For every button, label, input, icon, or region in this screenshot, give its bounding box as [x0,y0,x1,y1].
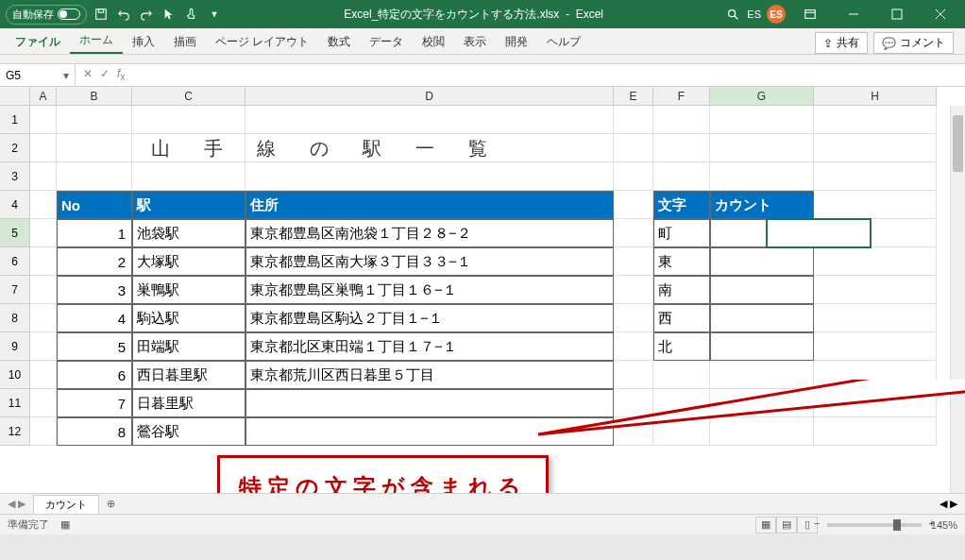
cell[interactable] [30,332,57,361]
cell[interactable] [30,106,57,134]
cell[interactable] [132,162,245,191]
cell[interactable] [653,162,710,191]
tab-developer[interactable]: 開発 [496,30,537,54]
stations-cell[interactable]: 東京都豊島区南大塚３丁目３３−１ [245,247,614,276]
stations-cell[interactable]: 東京都北区東田端１丁目１７−１ [245,332,614,361]
stations-cell[interactable]: 日暮里駅 [132,389,245,417]
cancel-icon[interactable]: ✕ [83,67,93,82]
tab-formulas[interactable]: 数式 [318,30,360,54]
confirm-icon[interactable]: ✓ [100,67,110,82]
comment-button[interactable]: 💬コメント [873,32,954,54]
cell[interactable] [614,219,653,247]
row-header-2[interactable]: 2 [0,134,30,162]
search-icon[interactable] [724,6,741,23]
cell[interactable] [814,304,937,332]
col-header-H[interactable]: H [814,87,937,106]
ribbon-options-icon[interactable] [791,0,829,28]
cell[interactable] [30,162,57,191]
cell[interactable] [30,219,57,247]
cell[interactable] [57,106,132,134]
cell[interactable] [30,361,57,389]
count-cell[interactable] [710,247,814,276]
col-header-G[interactable]: G [710,87,814,106]
cell[interactable] [245,106,614,134]
cell[interactable] [132,106,245,134]
row-header-4[interactable]: 4 [0,191,30,219]
stations-cell[interactable]: 1 [57,219,132,247]
sheet-tab-count[interactable]: カウント [33,495,99,514]
cell[interactable] [653,106,710,134]
col-header-F[interactable]: F [653,87,710,106]
name-box[interactable]: ▾ [0,64,76,86]
tab-insert[interactable]: 挿入 [123,30,164,54]
qat-dropdown-icon[interactable]: ▼ [206,6,223,23]
stations-cell[interactable]: 7 [57,389,132,417]
stations-cell[interactable]: 池袋駅 [132,219,245,247]
cell[interactable] [30,276,57,304]
sheet-nav[interactable]: ◀ ▶ [0,498,33,510]
tab-review[interactable]: 校閲 [413,30,454,54]
cell[interactable] [614,332,653,361]
view-normal-button[interactable]: ▦ [755,517,776,534]
cell[interactable] [814,134,937,162]
row-header-3[interactable]: 3 [0,162,30,191]
cell[interactable] [245,162,614,191]
cell[interactable] [57,162,132,191]
col-header-B[interactable]: B [57,87,132,106]
row-header-7[interactable]: 7 [0,276,30,304]
tab-data[interactable]: データ [360,30,413,54]
cell[interactable] [614,162,653,191]
tab-home[interactable]: ホーム [70,28,123,54]
cell[interactable] [614,276,653,304]
col-header-A[interactable]: A [30,87,57,106]
touch-icon[interactable] [183,6,200,23]
zoom-slider[interactable] [827,523,922,527]
count-cell[interactable] [710,304,814,332]
row-header-9[interactable]: 9 [0,332,30,361]
user-avatar[interactable]: ES [767,5,786,24]
stations-cell[interactable]: 西日暮里駅 [132,361,245,389]
stations-cell[interactable]: 鶯谷駅 [132,417,245,446]
row-header-1[interactable]: 1 [0,106,30,134]
scrollbar-thumb[interactable] [953,115,963,172]
row-header-11[interactable]: 11 [0,389,30,417]
cell[interactable] [30,191,57,219]
zoom-thumb[interactable] [893,519,901,531]
cell[interactable] [30,417,57,446]
count-cell[interactable]: 東 [653,247,710,276]
row-header-12[interactable]: 12 [0,417,30,446]
cell[interactable] [814,332,937,361]
cell[interactable] [57,134,132,162]
count-cell[interactable]: 南 [653,276,710,304]
tab-pagelayout[interactable]: ページ レイアウト [206,30,318,54]
cell[interactable] [30,134,57,162]
cell[interactable] [710,134,814,162]
col-header-E[interactable]: E [614,87,653,106]
maximize-button[interactable] [878,0,916,28]
cell[interactable] [614,304,653,332]
cell[interactable] [710,106,814,134]
autosave-toggle[interactable]: 自動保存 [6,5,87,25]
name-box-input[interactable] [6,69,62,82]
stations-cell[interactable]: 駒込駅 [132,304,245,332]
name-box-dropdown-icon[interactable]: ▾ [63,69,69,82]
row-header-8[interactable]: 8 [0,304,30,332]
cursor-icon[interactable] [161,6,178,23]
count-cell[interactable]: 西 [653,304,710,332]
minimize-button[interactable] [835,0,872,28]
view-pagelayout-button[interactable]: ▤ [776,517,797,534]
cell[interactable] [710,162,814,191]
cell[interactable] [814,247,937,276]
share-button[interactable]: ⇪共有 [815,32,868,54]
cell[interactable] [614,106,653,134]
stations-cell[interactable]: 田端駅 [132,332,245,361]
stations-cell[interactable]: 巣鴨駅 [132,276,245,304]
row-header-5[interactable]: 5 [0,219,30,247]
stations-cell[interactable]: 東京都豊島区南池袋１丁目２８−２ [245,219,614,247]
selected-cell[interactable] [767,219,871,247]
count-cell[interactable]: 町 [653,219,710,247]
cell[interactable] [30,389,57,417]
cell[interactable] [814,162,937,191]
hscroll[interactable]: ◀ ▶ [932,498,965,510]
undo-icon[interactable] [115,6,132,23]
